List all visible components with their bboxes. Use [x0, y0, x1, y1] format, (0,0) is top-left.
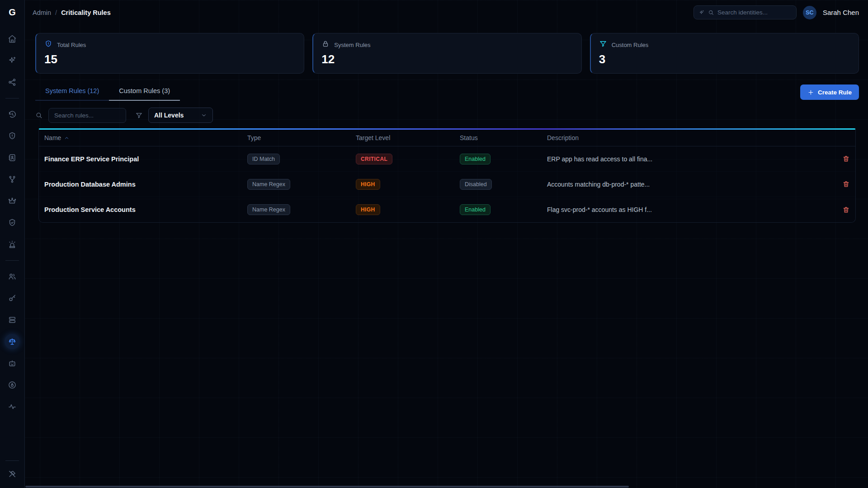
rule-description: Accounts matching db-prod-* patte... — [547, 181, 828, 188]
history-icon[interactable] — [5, 107, 20, 122]
create-rule-button[interactable]: Create Rule — [800, 84, 859, 100]
crown-icon[interactable] — [5, 193, 20, 209]
stat-value: 15 — [44, 52, 296, 66]
app-logo[interactable]: G — [0, 0, 25, 25]
breadcrumb-admin[interactable]: Admin — [33, 9, 51, 16]
search-icon — [708, 9, 714, 16]
shield-alert-icon — [44, 40, 52, 50]
column-header-name[interactable]: Name — [44, 134, 247, 141]
breadcrumb: Admin / Criticality Rules — [33, 9, 111, 16]
column-header-description[interactable]: Description — [547, 134, 828, 141]
sort-asc-icon — [64, 135, 70, 141]
column-header-target-level[interactable]: Target Level — [356, 134, 460, 141]
sparkles-icon[interactable] — [5, 53, 20, 68]
rule-type-badge: ID Match — [247, 154, 280, 164]
stat-cards: Total Rules 15 System Rules 12 Custom Ru… — [35, 33, 859, 74]
network-icon[interactable] — [5, 75, 20, 90]
key-icon[interactable] — [5, 291, 20, 306]
stat-label: Total Rules — [57, 42, 86, 48]
status-badge: Disabled — [460, 179, 492, 190]
filter-icon — [599, 40, 607, 50]
plus-icon — [807, 89, 814, 96]
breadcrumb-separator: / — [55, 9, 57, 16]
rule-name: Production Database Admins — [44, 181, 247, 188]
stat-label: System Rules — [334, 42, 370, 48]
column-header-type[interactable]: Type — [247, 134, 356, 141]
rule-name: Production Service Accounts — [44, 206, 247, 213]
table-row[interactable]: Production Service Accounts Name Regex H… — [39, 197, 855, 222]
table-body: Finance ERP Service Principal ID Match C… — [39, 146, 855, 222]
column-header-status[interactable]: Status — [460, 134, 547, 141]
target-level-badge: CRITICAL — [356, 154, 392, 164]
rule-description: Flag svc-prod-* accounts as HIGH f... — [547, 206, 828, 213]
filter-row: All Levels — [35, 108, 859, 123]
scale-icon[interactable] — [5, 334, 20, 349]
delete-rule-button[interactable] — [828, 180, 850, 188]
table-row[interactable]: Finance ERP Service Principal ID Match C… — [39, 146, 855, 172]
nav-divider — [5, 460, 19, 461]
trash-icon — [842, 180, 850, 188]
sidebar-bottom — [5, 459, 20, 482]
page-title: Criticality Rules — [61, 9, 111, 16]
tab-system-rules[interactable]: System Rules (12) — [35, 84, 109, 101]
tab-custom-rules[interactable]: Custom Rules (3) — [109, 84, 180, 101]
server-icon[interactable] — [5, 312, 20, 328]
global-search-input[interactable] — [717, 9, 781, 16]
lock-circle-icon[interactable] — [5, 377, 20, 393]
target-level-badge: HIGH — [356, 179, 380, 190]
rules-table: Name Type Target Level Status Descriptio… — [38, 128, 856, 223]
rule-description: ERP app has read access to all fina... — [547, 155, 828, 163]
trash-icon — [842, 206, 850, 214]
rules-search-input[interactable] — [48, 108, 126, 123]
stat-card-system-rules[interactable]: System Rules 12 — [312, 33, 581, 74]
users-icon[interactable] — [5, 269, 20, 284]
level-filter-value: All Levels — [154, 112, 184, 119]
chevron-down-icon — [201, 112, 207, 118]
sidebar-nav — [5, 31, 20, 459]
pin-off-icon[interactable] — [5, 466, 20, 482]
contact-book-icon[interactable] — [5, 150, 20, 165]
user-name: Sarah Chen — [823, 9, 859, 16]
sparkles-small-icon — [698, 9, 705, 16]
stat-value: 3 — [599, 52, 850, 66]
rule-type-badge: Name Regex — [247, 204, 290, 215]
status-badge: Enabled — [460, 154, 491, 164]
hierarchy-icon[interactable] — [5, 172, 20, 187]
header-right: SC Sarah Chen — [693, 5, 859, 19]
stat-label: Custom Rules — [612, 42, 649, 48]
delete-rule-button[interactable] — [828, 155, 850, 163]
trash-icon — [842, 155, 850, 163]
avatar[interactable]: SC — [803, 6, 816, 19]
search-icon — [35, 112, 43, 119]
table-row[interactable]: Production Database Admins Name Regex HI… — [39, 172, 855, 197]
sidebar: G — [0, 0, 25, 488]
status-badge: Enabled — [460, 204, 491, 215]
delete-rule-button[interactable] — [828, 206, 850, 214]
activity-icon[interactable] — [5, 399, 20, 414]
table-header: Name Type Target Level Status Descriptio… — [39, 130, 855, 146]
siren-icon[interactable] — [5, 237, 20, 252]
stat-card-total-rules[interactable]: Total Rules 15 — [35, 33, 304, 74]
create-rule-label: Create Rule — [818, 89, 852, 96]
level-filter-select[interactable]: All Levels — [148, 108, 213, 123]
filter-icon — [135, 112, 143, 119]
rule-type-badge: Name Regex — [247, 179, 290, 190]
shield-check-icon[interactable] — [5, 215, 20, 230]
global-search[interactable] — [693, 5, 797, 19]
rule-name: Finance ERP Service Principal — [44, 155, 247, 163]
stat-value: 12 — [321, 52, 573, 66]
tabs-row: System Rules (12) Custom Rules (3) Creat… — [35, 84, 859, 101]
bot-icon[interactable] — [5, 356, 20, 371]
nav-divider — [5, 98, 19, 99]
horizontal-scrollbar[interactable] — [25, 486, 629, 488]
home-icon[interactable] — [5, 31, 20, 47]
nav-divider — [5, 260, 19, 261]
lock-icon — [321, 40, 330, 50]
shield-alert-icon[interactable] — [5, 128, 20, 144]
top-header: Admin / Criticality Rules SC Sarah Chen — [25, 0, 868, 25]
target-level-badge: HIGH — [356, 204, 380, 215]
stat-card-custom-rules[interactable]: Custom Rules 3 — [590, 33, 859, 74]
